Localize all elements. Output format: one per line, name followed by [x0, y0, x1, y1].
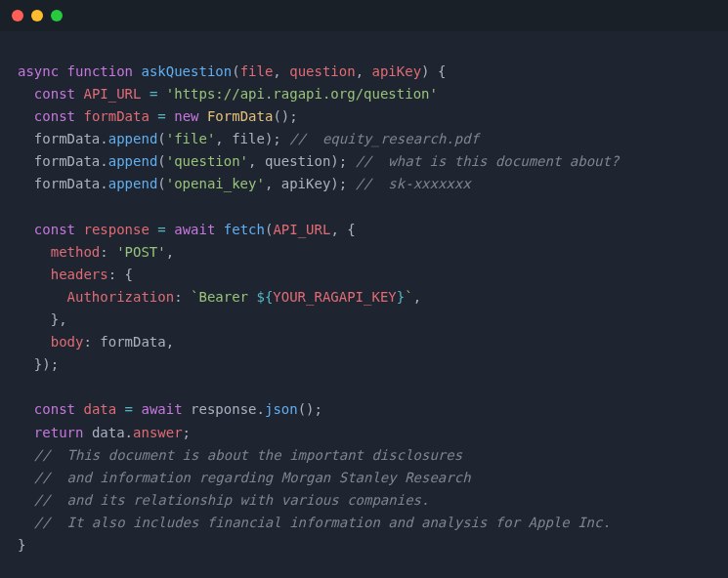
code-line: const API_URL = 'https://api.ragapi.org/…: [18, 83, 710, 105]
param: question: [289, 63, 355, 79]
code-line: return data.answer;: [18, 422, 710, 444]
code-line: const data = await response.json();: [18, 398, 710, 421]
code-line: body: formData,: [18, 331, 710, 353]
code-line: formData.append('file', file); // equity…: [18, 128, 710, 150]
code-line: Authorization: `Bearer ${YOUR_RAGAPI_KEY…: [18, 286, 710, 309]
minimize-icon[interactable]: [31, 10, 43, 21]
const-name: API_URL: [83, 86, 141, 102]
code-line: // and information regarding Morgan Stan…: [18, 467, 710, 489]
code-line: // and its relationship with various com…: [18, 489, 710, 512]
comment: // This document is about the important …: [34, 447, 462, 463]
template-var: YOUR_RAGAPI_KEY: [273, 289, 396, 305]
comment: // sk-xxxxxxx: [356, 176, 471, 191]
const-name: response: [83, 222, 149, 237]
code-line: });: [18, 353, 710, 376]
code-line: [18, 376, 710, 398]
code-line: formData.append('question', question); /…: [18, 150, 710, 173]
code-line: // It also includes financial informatio…: [18, 512, 710, 534]
method-call: append: [108, 131, 158, 146]
code-line: async function askQuestion(file, questio…: [18, 61, 710, 83]
code-line: formData.append('openai_key', apiKey); /…: [18, 173, 710, 195]
code-line: method: 'POST',: [18, 241, 710, 264]
code-line: const formData = new FormData();: [18, 105, 710, 128]
comment: // and information regarding Morgan Stan…: [34, 470, 471, 485]
code-line: }: [18, 534, 710, 557]
keyword-function: function: [67, 63, 133, 79]
comment: // what is this document about?: [356, 153, 620, 169]
param: apiKey: [372, 63, 422, 79]
comment: // It also includes financial informatio…: [34, 515, 611, 530]
const-name: data: [83, 401, 116, 417]
keyword-async: async: [18, 63, 59, 79]
constructor: FormData: [207, 108, 273, 124]
param: file: [240, 63, 274, 79]
code-line: [18, 196, 710, 219]
comment: // and its relationship with various com…: [34, 492, 430, 508]
code-line: headers: {: [18, 264, 710, 286]
function-name: askQuestion: [141, 63, 232, 79]
close-icon[interactable]: [12, 10, 23, 21]
string-literal: 'https://api.ragapi.org/question': [166, 86, 438, 102]
const-name: formData: [83, 108, 149, 124]
zoom-icon[interactable]: [51, 10, 63, 21]
fetch-call: fetch: [224, 222, 265, 237]
code-line: // This document is about the important …: [18, 444, 710, 467]
comment: // equity_research.pdf: [289, 131, 479, 146]
window-titlebar: [0, 0, 728, 31]
code-line: const response = await fetch(API_URL, {: [18, 219, 710, 241]
code-line: },: [18, 309, 710, 331]
code-block: async function askQuestion(file, questio…: [0, 31, 728, 578]
